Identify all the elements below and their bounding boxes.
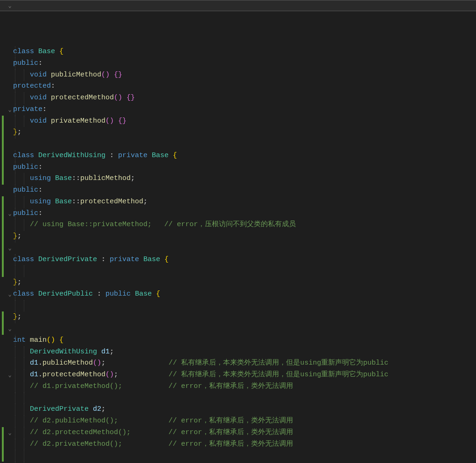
token-txt (118, 371, 168, 379)
code-editor[interactable]: class Base {public: void publicMethod() … (0, 0, 476, 463)
code-line[interactable]: d1.publicMethod(); // 私有继承后，本来类外无法调用，但是u… (13, 358, 476, 369)
indent-guide (24, 196, 24, 208)
token-txt (13, 71, 30, 79)
indent-guide (24, 346, 24, 358)
token-brace: { (59, 48, 63, 55)
code-line[interactable] (13, 393, 476, 404)
token-txt (55, 336, 59, 344)
token-kw: void (30, 94, 47, 102)
fold-chevron-icon[interactable]: ⌄ (7, 371, 13, 380)
code-line[interactable] (13, 265, 476, 277)
code-area[interactable]: class Base {public: void publicMethod() … (13, 46, 476, 463)
code-line[interactable]: protected: (13, 81, 476, 92)
code-line[interactable]: public: (13, 162, 476, 173)
token-type: Base (143, 256, 160, 263)
code-line[interactable]: private: (13, 104, 476, 116)
token-brace2: () (114, 94, 122, 102)
token-txt (34, 152, 38, 159)
token-txt (34, 256, 38, 263)
indent-guide (24, 173, 24, 185)
token-txt (51, 198, 55, 206)
code-line[interactable]: }; (13, 277, 476, 289)
code-line[interactable]: int main() { (13, 335, 476, 346)
indent-guide (24, 92, 24, 104)
code-line[interactable]: void protectedMethod() {} (13, 92, 476, 104)
code-line[interactable]: // d1.privateMethod(); // error，私有继承后，类外… (13, 381, 476, 393)
code-line[interactable]: class Base { (13, 46, 476, 58)
code-line[interactable]: void publicMethod() {} (13, 69, 476, 81)
token-brace: { (164, 256, 168, 263)
fold-chevron-icon[interactable]: ⌄ (7, 429, 13, 438)
token-txt (122, 94, 126, 102)
code-line[interactable] (13, 300, 476, 312)
code-line[interactable]: using Base::publicMethod; (13, 173, 476, 185)
code-line[interactable]: public: (13, 58, 476, 69)
token-type: Base (152, 152, 168, 159)
token-txt (139, 256, 143, 263)
code-line[interactable]: class DerivedWithUsing : private Base { (13, 150, 476, 162)
token-txt (13, 348, 30, 356)
indent-guide (24, 369, 24, 381)
code-line[interactable]: // using Base::privateMethod; // error，压… (13, 219, 476, 231)
token-type: DerivedPublic (38, 290, 93, 298)
token-txt (131, 290, 135, 298)
code-line[interactable]: d1.protectedMethod(); // 私有继承后，本来类外无法调用，… (13, 369, 476, 381)
token-punct: ; (101, 359, 105, 367)
token-var: d2 (93, 405, 101, 413)
indent-guide (24, 381, 24, 393)
code-line[interactable]: }; (13, 311, 476, 323)
indent-guide (15, 415, 15, 427)
code-line[interactable] (13, 323, 476, 335)
indent-guide (15, 196, 15, 208)
code-line[interactable]: void privateMethod() {} (13, 116, 476, 127)
token-txt (97, 256, 101, 263)
token-fn: publicMethod (51, 71, 101, 79)
indent-guide (15, 289, 15, 300)
indent-guide (15, 254, 15, 266)
code-line[interactable] (13, 138, 476, 150)
code-line[interactable]: public: (13, 208, 476, 220)
token-txt (105, 256, 110, 263)
fold-chevron-icon[interactable]: ⌄ (7, 210, 13, 219)
token-kw: class (13, 152, 34, 159)
fold-chevron-icon[interactable]: ⌄ (7, 2, 13, 11)
fold-chevron-icon[interactable]: ⌄ (7, 325, 13, 334)
token-type: Base (55, 198, 72, 206)
indent-guide (15, 58, 15, 69)
code-line[interactable]: }; (13, 127, 476, 138)
code-line[interactable]: // d2.publicMethod(); // error，私有继承后，类外无… (13, 415, 476, 427)
token-txt (114, 117, 118, 125)
code-line[interactable]: }; (13, 231, 476, 242)
token-var: d1 (101, 348, 110, 356)
code-line[interactable] (13, 450, 476, 462)
code-line[interactable]: DerivedPrivate d2; (13, 404, 476, 415)
fold-chevron-icon[interactable]: ⌄ (7, 106, 13, 115)
token-txt (101, 290, 105, 298)
indent-guide (15, 162, 15, 173)
token-punct: : (51, 82, 55, 90)
token-fn: protectedMethod (80, 198, 143, 206)
indent-guide (15, 208, 15, 220)
code-line[interactable]: public: (13, 185, 476, 196)
code-line[interactable]: using Base::protectedMethod; (13, 196, 476, 208)
token-type: DerivedPrivate (38, 256, 97, 263)
token-punct: ; (101, 405, 105, 413)
code-line[interactable]: // d2.privateMethod(); // error，私有继承后，类外… (13, 439, 476, 450)
code-line[interactable]: class DerivedPrivate : private Base { (13, 254, 476, 266)
code-line[interactable]: class DerivedPublic : public Base { (13, 289, 476, 300)
code-line[interactable] (13, 242, 476, 254)
fold-chevron-icon[interactable]: ⌄ (7, 290, 13, 300)
active-line-highlight (0, 0, 476, 11)
indent-guide (15, 381, 15, 393)
code-line[interactable]: DerivedWithUsing d1; (13, 346, 476, 358)
token-brace: { (156, 290, 160, 298)
indent-guide (15, 173, 15, 185)
token-type: Base (135, 290, 152, 298)
token-punct: : (38, 186, 42, 194)
code-line[interactable]: // d2.protectedMethod(); // error，私有继承后，… (13, 427, 476, 439)
token-punct: ; (114, 371, 118, 379)
token-brace2: () (105, 117, 114, 125)
indent-guide (24, 219, 24, 231)
fold-chevron-icon[interactable]: ⌄ (7, 244, 13, 254)
token-kw: public (13, 59, 38, 67)
